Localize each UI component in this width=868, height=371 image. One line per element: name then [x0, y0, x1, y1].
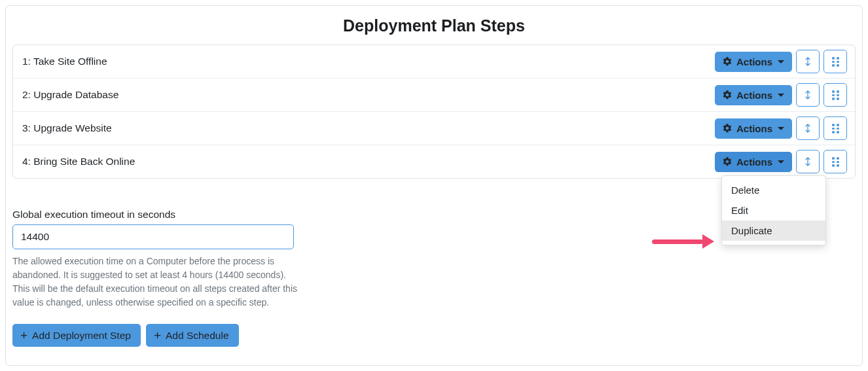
add-schedule-label: Add Schedule [166, 330, 229, 342]
arrows-vertical-icon [803, 90, 813, 100]
page-title: Deployment Plan Steps [12, 16, 856, 35]
reorder-button[interactable] [796, 150, 820, 173]
drag-handle[interactable] [823, 83, 847, 107]
actions-button-label: Actions [736, 156, 772, 168]
step-controls: Actions [715, 83, 847, 107]
gear-icon [722, 90, 732, 100]
timeout-help-text: The allowed execution time on a Computer… [12, 255, 306, 309]
annotation-arrow [652, 234, 714, 249]
arrows-vertical-icon [803, 123, 813, 133]
dropdown-item-delete[interactable]: Delete [722, 180, 825, 200]
reorder-button[interactable] [796, 83, 820, 107]
drag-handle[interactable] [823, 116, 847, 140]
step-label: 3: Upgrade Website [22, 122, 112, 134]
arrows-vertical-icon [803, 156, 813, 167]
timeout-label: Global execution timeout in seconds [12, 209, 306, 221]
step-label: 2: Upgrade Database [22, 89, 118, 101]
step-label: 4: Bring Site Back Online [22, 156, 135, 168]
drag-handle[interactable] [823, 50, 847, 73]
caret-down-icon [778, 60, 784, 63]
grip-icon [831, 90, 840, 99]
step-controls: Actions [715, 150, 847, 173]
gear-icon [722, 56, 732, 67]
actions-button-label: Actions [736, 123, 772, 134]
add-step-label: Add Deployment Step [32, 330, 131, 342]
step-row: 3: Upgrade Website Actions [13, 112, 855, 145]
actions-button-label: Actions [736, 90, 772, 101]
step-controls: Actions [715, 116, 847, 140]
footer-buttons: + Add Deployment Step + Add Schedule [12, 324, 856, 347]
step-row: 2: Upgrade Database Actions [13, 79, 855, 112]
plus-icon: + [20, 329, 27, 342]
arrow-head-icon [702, 234, 714, 249]
step-row: 1: Take Site Offline Actions [13, 45, 855, 79]
actions-dropdown: Delete Edit Duplicate [721, 175, 826, 245]
arrow-line [652, 239, 703, 244]
actions-button[interactable]: Actions [715, 85, 792, 105]
caret-down-icon [778, 127, 784, 130]
gear-icon [722, 123, 732, 133]
grip-icon [831, 124, 840, 133]
plus-icon: + [154, 329, 161, 342]
dropdown-item-edit[interactable]: Edit [722, 200, 825, 221]
drag-handle[interactable] [823, 150, 847, 173]
grip-icon [831, 57, 840, 66]
actions-button[interactable]: Actions [715, 52, 792, 72]
caret-down-icon [778, 94, 784, 97]
actions-button-label: Actions [736, 56, 772, 67]
steps-list: 1: Take Site Offline Actions [12, 44, 856, 179]
gear-icon [722, 156, 732, 167]
arrows-vertical-icon [803, 56, 813, 67]
actions-button[interactable]: Actions [715, 152, 792, 172]
timeout-section: Global execution timeout in seconds The … [12, 209, 306, 309]
step-row: 4: Bring Site Back Online Actions [13, 145, 855, 178]
dropdown-item-duplicate[interactable]: Duplicate [722, 221, 825, 241]
reorder-button[interactable] [796, 50, 820, 73]
reorder-button[interactable] [796, 116, 820, 140]
step-label: 1: Take Site Offline [22, 56, 107, 67]
grip-icon [831, 157, 840, 166]
actions-button[interactable]: Actions [715, 118, 792, 139]
add-schedule-button[interactable]: + Add Schedule [146, 324, 239, 347]
caret-down-icon [778, 160, 784, 164]
step-controls: Actions [715, 50, 847, 73]
add-deployment-step-button[interactable]: + Add Deployment Step [12, 324, 141, 347]
deployment-plan-card: Deployment Plan Steps 1: Take Site Offli… [5, 5, 863, 366]
timeout-input[interactable] [12, 224, 294, 249]
